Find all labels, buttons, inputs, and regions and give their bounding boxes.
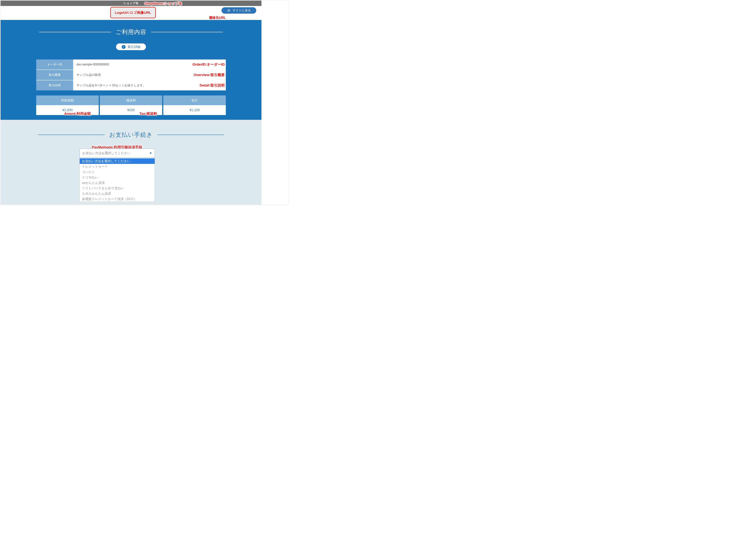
dropdown-arrow-icon: ▼ — [149, 151, 152, 155]
transaction-detail-button[interactable]: i 取引詳細 — [116, 43, 146, 50]
dropdown-option[interactable]: コンビニ — [80, 169, 155, 175]
title-divider-left — [39, 32, 111, 32]
payment-method-dropdown-list: お支払い方法を選択してくださいクレジットカードコンビニドコモ払いauかんたん決済… — [79, 158, 155, 202]
payment-method-select-value: お支払い方法を選択してください — [82, 151, 149, 155]
amount-column-value: ¥1,100 — [163, 105, 226, 115]
table-row-value: doc-sample-0000000001 OrderID:オーダーID — [73, 60, 226, 69]
table-row-value-text: サンプル品を3パターン × 10セットお送りします。 — [76, 84, 146, 87]
table-row-annotation: Overview:取引概要 — [194, 72, 225, 77]
table-row-label: 取引概要 — [36, 70, 73, 80]
table-row-label: オーダーID — [36, 60, 73, 69]
payment-page: ショップ名 ShopName:ショップ名 LogoUrl:ロゴ画像URL サイト… — [1, 1, 261, 205]
title-divider-right — [151, 32, 223, 32]
payment-section-title-row: お支払い手続き — [1, 120, 261, 139]
shopname-annotation: ShopName:ショップ名 — [145, 1, 182, 6]
shop-name-label: ショップ名 — [1, 1, 261, 6]
table-row: オーダーID doc-sample-0000000001 OrderID:オーダ… — [36, 60, 226, 69]
dropdown-option[interactable]: お支払い方法を選択してください — [80, 158, 155, 164]
amount-column: 合計 ¥1,100 — [163, 96, 226, 115]
logourl-annotation: LogoUrl:ロゴ画像URL — [115, 10, 151, 15]
header: LogoUrl:ロゴ画像URL サイトに戻る 遷移先URL ※詳細は「決済画面か… — [1, 6, 261, 20]
return-to-site-button[interactable]: サイトに戻る — [222, 7, 256, 14]
table-row-annotation: Detail:取引説明 — [200, 83, 225, 88]
usage-section-title-row: ご利用内容 — [1, 20, 261, 36]
amount-column-header: 利用金額 — [36, 96, 99, 105]
table-row-label: 取引説明 — [36, 80, 73, 90]
table-row: 取引概要 サンプル品の販売 Overview:取引概要 — [36, 70, 226, 80]
amount-annotation: Amont:利用金額 — [64, 111, 91, 116]
table-row-value-text: doc-sample-0000000001 — [76, 63, 110, 66]
info-icon: i — [122, 45, 126, 49]
table-row-annotation: OrderID:オーダーID — [193, 62, 225, 67]
dropdown-option[interactable]: エポスかんたん決済 — [80, 191, 155, 196]
amount-column-header: 合計 — [163, 96, 226, 105]
return-arrow-icon — [227, 9, 231, 12]
dropdown-option[interactable]: 多通貨クレジットカード決済（DCC） — [80, 196, 155, 202]
table-row-value: サンプル品の販売 Overview:取引概要 — [73, 70, 226, 80]
order-info-table: オーダーID doc-sample-0000000001 OrderID:オーダ… — [36, 60, 226, 90]
dropdown-option[interactable]: ドコモ払い — [80, 175, 155, 180]
url-annotation-line1: 遷移先URL — [171, 16, 264, 20]
transaction-detail-label: 取引詳細 — [128, 45, 141, 49]
payment-section: お支払い手続き PayMethods:利用可能決済手段 お支払い方法を選択してく… — [1, 120, 261, 205]
dropdown-option[interactable]: クレジットカード — [80, 164, 155, 169]
payment-title-divider-right — [157, 135, 224, 135]
usage-section: ご利用内容 i 取引詳細 オーダーID doc-sample-000000000… — [1, 20, 261, 120]
payment-section-title: お支払い手続き — [109, 131, 153, 139]
topbar: ショップ名 ShopName:ショップ名 — [1, 1, 261, 6]
usage-section-title: ご利用内容 — [115, 28, 147, 36]
amount-column-header: 税送料 — [100, 96, 162, 105]
dropdown-option[interactable]: auかんたん決済 — [80, 180, 155, 186]
payment-title-divider-left — [38, 135, 105, 135]
dropdown-option[interactable]: ソフトバンクまとめて支払い — [80, 186, 155, 191]
table-row: 取引説明 サンプル品を3パターン × 10セットお送りします。 Detail:取… — [36, 80, 226, 90]
table-row-value-text: サンプル品の販売 — [76, 73, 101, 77]
table-row-value: サンプル品を3パターン × 10セットお送りします。 Detail:取引説明 — [73, 80, 226, 90]
payment-method-select[interactable]: お支払い方法を選択してください ▼ — [79, 148, 155, 158]
return-button-label: サイトに戻る — [233, 9, 251, 13]
tax-annotation: Tax:税送料 — [139, 111, 157, 116]
screenshot-canvas: ショップ名 ShopName:ショップ名 LogoUrl:ロゴ画像URL サイト… — [0, 0, 289, 205]
logo-placeholder-box: LogoUrl:ロゴ画像URL — [110, 7, 156, 18]
